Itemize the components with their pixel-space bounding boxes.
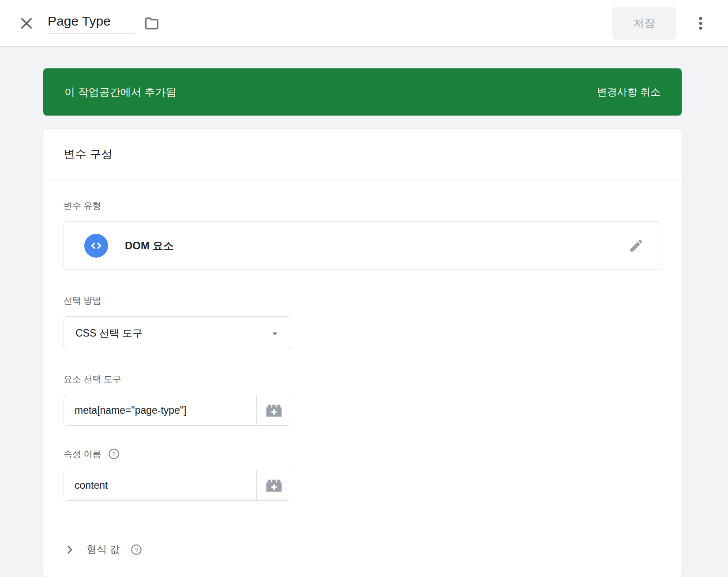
variable-type-value: DOM 요소 (125, 239, 174, 253)
help-icon: ? (108, 448, 120, 460)
card-title: 변수 구성 (43, 129, 682, 180)
chevron-right-icon (64, 543, 76, 556)
attribute-name-input[interactable] (64, 470, 256, 500)
attribute-name-help-button[interactable]: ? (108, 448, 120, 460)
main-content: 이 작업공간에서 추가됨 변경사항 취소 변수 구성 변수 유형 DOM 요소 (43, 68, 682, 577)
top-bar: 저장 (0, 0, 728, 47)
attribute-name-label: 속성 이름 ? (64, 448, 661, 460)
section-divider (64, 523, 661, 523)
selection-method-value: CSS 선택 도구 (75, 326, 143, 340)
discard-changes-link[interactable]: 변경사항 취소 (597, 85, 660, 99)
folder-icon (143, 15, 160, 32)
close-button[interactable] (18, 15, 35, 32)
kebab-menu-icon (692, 15, 709, 32)
pencil-icon (628, 238, 644, 254)
variable-title-wrap (48, 13, 135, 34)
variable-picker-brick-icon (264, 403, 284, 418)
variable-picker-brick-icon (264, 478, 284, 493)
card-body: 변수 유형 DOM 요소 선택 방법 CSS 선택 도구 (43, 180, 682, 577)
format-value-help-button[interactable]: ? (130, 543, 143, 556)
workspace-status-banner: 이 작업공간에서 추가됨 변경사항 취소 (43, 68, 682, 116)
variable-config-card: 변수 구성 변수 유형 DOM 요소 선택 방법 (43, 129, 682, 577)
format-value-expander[interactable]: 형식 값 ? (64, 543, 661, 556)
selection-method-select[interactable]: CSS 선택 도구 (64, 316, 291, 350)
format-value-label: 형식 값 (86, 543, 120, 556)
help-icon: ? (130, 543, 143, 556)
save-button[interactable]: 저장 (612, 7, 676, 40)
svg-text:?: ? (135, 546, 138, 553)
element-selector-label: 요소 선택 도구 (64, 373, 661, 385)
edit-variable-type-button[interactable] (628, 238, 644, 254)
variable-name-input[interactable] (48, 13, 135, 34)
element-selector-group (64, 395, 291, 426)
element-selector-input[interactable] (64, 395, 256, 425)
svg-text:?: ? (112, 451, 115, 457)
close-icon (18, 15, 35, 32)
code-brackets-icon (84, 234, 108, 258)
variable-type-box[interactable]: DOM 요소 (64, 221, 661, 270)
attribute-name-label-text: 속성 이름 (64, 448, 101, 460)
variable-picker-button[interactable] (257, 470, 291, 500)
attribute-name-group (64, 470, 291, 501)
variable-type-label: 변수 유형 (64, 200, 661, 212)
folder-button[interactable] (143, 15, 161, 32)
kebab-menu-button[interactable] (692, 14, 709, 33)
chevron-down-icon (269, 327, 281, 340)
selection-method-label: 선택 방법 (64, 295, 661, 307)
variable-picker-button[interactable] (257, 395, 291, 425)
workspace-status-message: 이 작업공간에서 추가됨 (64, 85, 176, 99)
